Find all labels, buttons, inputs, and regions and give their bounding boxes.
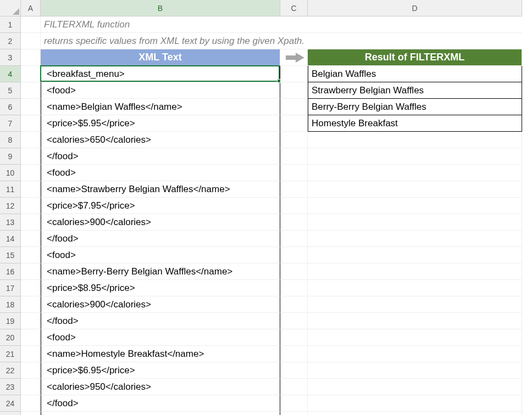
cell-A9[interactable] bbox=[21, 148, 41, 165]
cell-A21[interactable] bbox=[21, 346, 41, 362]
cell-D24[interactable] bbox=[308, 395, 522, 412]
cell-D10[interactable] bbox=[308, 165, 522, 181]
row-header-9[interactable]: 9 bbox=[0, 148, 21, 165]
cell-C5[interactable] bbox=[280, 82, 308, 99]
row-header-14[interactable]: 14 bbox=[0, 231, 21, 247]
row-header-24[interactable]: 24 bbox=[0, 395, 21, 412]
col-header-C[interactable]: C bbox=[280, 0, 308, 16]
cell-A3[interactable] bbox=[21, 49, 41, 66]
cell-C8[interactable] bbox=[280, 132, 308, 148]
cell-A14[interactable] bbox=[21, 231, 41, 247]
cell-A17[interactable] bbox=[21, 280, 41, 296]
cell-A20[interactable] bbox=[21, 329, 41, 346]
row-header-13[interactable]: 13 bbox=[0, 214, 21, 231]
cell-A6[interactable] bbox=[21, 99, 41, 115]
cell-A22[interactable] bbox=[21, 362, 41, 379]
cell-A2[interactable] bbox=[21, 33, 41, 49]
cell-D8[interactable] bbox=[308, 132, 522, 148]
cell-A7[interactable] bbox=[21, 115, 41, 132]
cell-D17[interactable] bbox=[308, 280, 522, 296]
xml-line-13: <price>$8.95</price> bbox=[41, 280, 280, 296]
row-header-4[interactable]: 4 bbox=[0, 66, 21, 82]
cell-D20[interactable] bbox=[308, 329, 522, 346]
row-header-17[interactable]: 17 bbox=[0, 280, 21, 296]
empty-cell bbox=[280, 33, 308, 49]
row-header-7[interactable]: 7 bbox=[0, 115, 21, 132]
cell-A16[interactable] bbox=[21, 263, 41, 280]
cell-A8[interactable] bbox=[21, 132, 41, 148]
cell-C19[interactable] bbox=[280, 313, 308, 329]
cell-D18[interactable] bbox=[308, 296, 522, 313]
col-header-D[interactable]: D bbox=[308, 0, 522, 16]
cell-C21[interactable] bbox=[280, 346, 308, 362]
cell-A18[interactable] bbox=[21, 296, 41, 313]
row-header-15[interactable]: 15 bbox=[0, 247, 21, 263]
row-header-23[interactable]: 23 bbox=[0, 379, 21, 395]
xml-line-19: <calories>950</calories> bbox=[41, 379, 280, 395]
row-header-8[interactable]: 8 bbox=[0, 132, 21, 148]
col-header-B[interactable]: B bbox=[41, 0, 280, 16]
cell-A15[interactable] bbox=[21, 247, 41, 263]
row-header-10[interactable]: 10 bbox=[0, 165, 21, 181]
cell-A13[interactable] bbox=[21, 214, 41, 231]
row-header-3[interactable]: 3 bbox=[0, 49, 21, 66]
cell-D12[interactable] bbox=[308, 198, 522, 214]
cell-C10[interactable] bbox=[280, 165, 308, 181]
cell-D21[interactable] bbox=[308, 346, 522, 362]
cell-A1[interactable] bbox=[21, 16, 41, 33]
row-header-21[interactable]: 21 bbox=[0, 346, 21, 362]
cell-C20[interactable] bbox=[280, 329, 308, 346]
cell-D14[interactable] bbox=[308, 231, 522, 247]
cell-C4[interactable] bbox=[280, 66, 308, 82]
cell-C7[interactable] bbox=[280, 115, 308, 132]
cell-D16[interactable] bbox=[308, 263, 522, 280]
cell-A11[interactable] bbox=[21, 181, 41, 198]
cell-C16[interactable] bbox=[280, 263, 308, 280]
row-header-2[interactable]: 2 bbox=[0, 33, 21, 49]
row-header-1[interactable]: 1 bbox=[0, 16, 21, 33]
spreadsheet-grid[interactable]: ABCD1FILTERXML function2returns specific… bbox=[0, 0, 532, 415]
cell-C15[interactable] bbox=[280, 247, 308, 263]
cell-D19[interactable] bbox=[308, 313, 522, 329]
cell-D25[interactable] bbox=[308, 412, 522, 415]
row-header-12[interactable]: 12 bbox=[0, 198, 21, 214]
row-header-16[interactable]: 16 bbox=[0, 263, 21, 280]
cell-A23[interactable] bbox=[21, 379, 41, 395]
cell-D11[interactable] bbox=[308, 181, 522, 198]
cell-C25[interactable] bbox=[280, 412, 308, 415]
row-header-11[interactable]: 11 bbox=[0, 181, 21, 198]
cell-C11[interactable] bbox=[280, 181, 308, 198]
cell-D13[interactable] bbox=[308, 214, 522, 231]
cell-C6[interactable] bbox=[280, 99, 308, 115]
cell-C17[interactable] bbox=[280, 280, 308, 296]
cell-C18[interactable] bbox=[280, 296, 308, 313]
cell-C9[interactable] bbox=[280, 148, 308, 165]
cell-D23[interactable] bbox=[308, 379, 522, 395]
row-header-5[interactable]: 5 bbox=[0, 82, 21, 99]
cell-A5[interactable] bbox=[21, 82, 41, 99]
select-all-corner[interactable] bbox=[0, 0, 21, 16]
xml-line-6: <food> bbox=[41, 165, 280, 181]
cell-A4[interactable] bbox=[21, 66, 41, 82]
cell-A19[interactable] bbox=[21, 313, 41, 329]
cell-A25[interactable] bbox=[21, 412, 41, 415]
row-header-18[interactable]: 18 bbox=[0, 296, 21, 313]
cell-D9[interactable] bbox=[308, 148, 522, 165]
cell-D15[interactable] bbox=[308, 247, 522, 263]
row-header-25[interactable]: 25 bbox=[0, 412, 21, 415]
row-header-6[interactable]: 6 bbox=[0, 99, 21, 115]
cell-C24[interactable] bbox=[280, 395, 308, 412]
row-header-22[interactable]: 22 bbox=[0, 362, 21, 379]
cell-D22[interactable] bbox=[308, 362, 522, 379]
cell-C14[interactable] bbox=[280, 231, 308, 247]
row-header-19[interactable]: 19 bbox=[0, 313, 21, 329]
row-header-20[interactable]: 20 bbox=[0, 329, 21, 346]
cell-A12[interactable] bbox=[21, 198, 41, 214]
cell-C22[interactable] bbox=[280, 362, 308, 379]
cell-C12[interactable] bbox=[280, 198, 308, 214]
cell-C13[interactable] bbox=[280, 214, 308, 231]
cell-A24[interactable] bbox=[21, 395, 41, 412]
cell-C23[interactable] bbox=[280, 379, 308, 395]
col-header-A[interactable]: A bbox=[21, 0, 41, 16]
cell-A10[interactable] bbox=[21, 165, 41, 181]
